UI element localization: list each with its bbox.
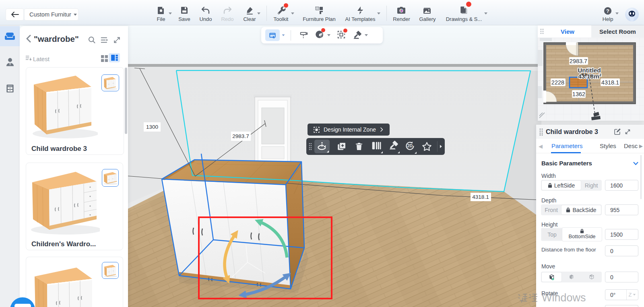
svg-text:2983.7: 2983.7 <box>570 58 587 64</box>
svg-text:4318.1: 4318.1 <box>472 194 489 200</box>
svg-text:1362: 1362 <box>572 91 585 97</box>
svg-text:?: ? <box>606 8 609 14</box>
svg-text:2D: 2D <box>407 144 413 148</box>
svg-text:1300: 1300 <box>146 124 158 130</box>
svg-text:2228: 2228 <box>551 79 564 86</box>
svg-text:4318.1: 4318.1 <box>601 79 619 86</box>
svg-text:2983.7: 2983.7 <box>232 133 249 139</box>
